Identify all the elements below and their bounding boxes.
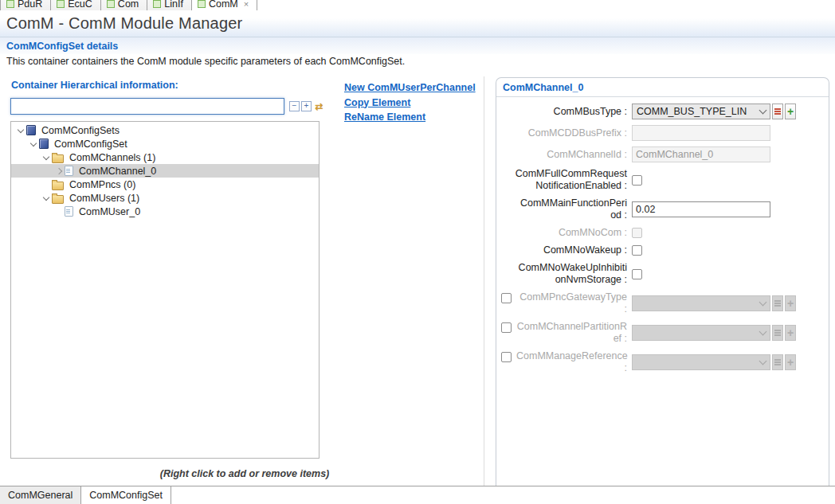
list-icon — [774, 108, 781, 110]
commfullcommrequest-notificationenabled-label: ComMFullCommRequest NotificationEnabled … — [501, 168, 627, 192]
commchannelid-input — [632, 147, 770, 162]
expand-all-icon[interactable]: + — [301, 101, 312, 111]
commmanagereference-list-button — [772, 354, 783, 370]
editor-tab-label: PduR — [18, 0, 42, 10]
commchannelpartitionr-ef-list-button — [772, 325, 783, 341]
editor-tab-ecuc[interactable]: EcuC — [51, 0, 101, 10]
plus-icon: + — [787, 298, 794, 309]
section-title: ComMConfigSet details — [0, 41, 118, 52]
tree-item-label: ComMChannels (1) — [67, 152, 158, 163]
form-row-commmanagereference: ComMManageReference :+ — [501, 350, 824, 374]
folder-icon — [52, 195, 64, 204]
module-icon — [39, 139, 49, 149]
editor-tab-com[interactable]: Com — [101, 0, 147, 10]
tree-item-commpncs-0-[interactable]: ComMPncs (0) — [11, 178, 319, 191]
new-commuserperchannel-link[interactable]: New ComMUserPerChannel — [344, 80, 476, 96]
filter-input[interactable] — [10, 98, 284, 115]
chevron-down-icon[interactable] — [14, 129, 26, 132]
close-icon[interactable]: × — [244, 0, 249, 10]
form-row-commcddbusprefix: ComMCDDBusPrefix : — [501, 125, 824, 141]
chevron-down-icon[interactable] — [40, 197, 52, 200]
tree-item-commusers-1-[interactable]: ComMUsers (1) — [11, 191, 319, 205]
tree-item-label: ComMChannel_0 — [76, 166, 159, 177]
bottom-tab-commgeneral[interactable]: ComMGeneral — [0, 486, 81, 504]
commpncgatewaytype-list-button — [772, 295, 783, 311]
commbustype-list-button[interactable] — [772, 104, 783, 119]
commcddbusprefix-label: ComMCDDBusPrefix : — [501, 127, 627, 139]
link-with-editor-icon[interactable]: ⇄ — [313, 102, 325, 111]
module-icon — [26, 125, 36, 135]
filter-row: − + ⇄ — [10, 98, 325, 115]
commchannelpartitionr-ef-enable-checkbox[interactable] — [501, 322, 512, 333]
chevron-down-icon[interactable] — [27, 143, 39, 146]
commchannelpartitionr-ef-dropdown — [632, 325, 770, 341]
bottom-tab-bar: ComMGeneralComMConfigSet — [0, 486, 835, 504]
commbustype-label: ComMBusType : — [501, 106, 627, 118]
commcddbusprefix-input — [632, 125, 770, 141]
tree-item-commconfigsets[interactable]: ComMConfigSets — [11, 123, 319, 137]
module-box-icon — [57, 0, 65, 8]
editor-tab-label: EcuC — [68, 0, 92, 10]
chevron-right-icon[interactable] — [53, 169, 65, 174]
commfullcommrequest-notificationenabled-checkbox[interactable] — [632, 175, 642, 186]
editor-tab-label: ComM — [209, 0, 238, 10]
commbustype-add-button[interactable]: + — [785, 104, 796, 119]
plus-icon: + — [787, 327, 794, 338]
collapse-all-icon[interactable]: − — [289, 101, 300, 111]
rename-element-link[interactable]: ReName Element — [344, 110, 476, 125]
commmanagereference-enable-checkbox[interactable] — [501, 352, 512, 362]
plus-icon: + — [787, 357, 794, 368]
module-box-icon — [198, 0, 206, 8]
chevron-down-icon — [759, 328, 767, 336]
page-header: ComM - ComM Module Manager — [0, 10, 835, 37]
commmainfunctionperi-od-input[interactable] — [632, 201, 770, 217]
chevron-down-icon — [759, 299, 767, 307]
tree-item-label: ComMConfigSets — [39, 125, 122, 136]
form-row-commnowakeup: ComMNoWakeup : — [501, 244, 824, 256]
details-panel: ComMChannel_0 ComMBusType :COMM_BUS_TYPE… — [496, 77, 829, 486]
tree-item-commconfigset[interactable]: ComMConfigSet — [11, 137, 319, 150]
copy-element-link[interactable]: Copy Element — [344, 96, 476, 111]
commchannelpartitionr-ef-add-button: + — [785, 325, 796, 341]
chevron-down-icon[interactable] — [40, 156, 52, 159]
list-icon — [774, 359, 781, 361]
commnocom-checkbox — [632, 228, 642, 238]
editor-tab-label: Com — [118, 0, 139, 10]
commpncgatewaytype-dropdown — [632, 295, 770, 311]
editor-tab-pdur[interactable]: PduR — [0, 0, 51, 10]
editor-tab-linif[interactable]: LinIf — [147, 0, 192, 10]
tree-header: Container Hierarchical information: — [11, 80, 178, 91]
form-row-commbustype: ComMBusType :COMM_BUS_TYPE_LIN+ — [501, 104, 824, 119]
commpncgatewaytype-enable-checkbox[interactable] — [501, 293, 512, 303]
editor-tab-label: LinIf — [164, 0, 183, 10]
commpncgatewaytype-label: ComMPncGatewayType : — [516, 291, 627, 315]
commmanagereference-label: ComMManageReference : — [516, 350, 627, 374]
commnowakeup-label: ComMNoWakeup : — [501, 244, 627, 256]
list-icon — [774, 330, 781, 331]
form-row-commpncgatewaytype: ComMPncGatewayType :+ — [501, 291, 824, 315]
action-links: New ComMUserPerChannelCopy ElementReName… — [344, 80, 476, 125]
editor-tab-bar: PduREcuCComLinIfComM× — [0, 0, 835, 11]
commbustype-dropdown[interactable]: COMM_BUS_TYPE_LIN — [632, 104, 770, 119]
commmanagereference-dropdown — [632, 354, 770, 370]
section-description: This container containers the ComM modul… — [6, 56, 405, 67]
tree-item-commchannel-0[interactable]: ComMChannel_0 — [11, 164, 319, 178]
file-icon — [65, 206, 73, 217]
tree-item-commuser-0[interactable]: ComMUser_0 — [11, 205, 319, 218]
editor-tab-comm[interactable]: ComM× — [192, 0, 257, 10]
commnowakeup-checkbox[interactable] — [632, 245, 642, 256]
commnowakeupinhibiti-onnvmstorage-checkbox[interactable] — [632, 269, 642, 279]
bottom-tab-commconfigset[interactable]: ComMConfigSet — [81, 486, 171, 504]
module-box-icon — [153, 0, 161, 8]
section-header: ComMConfigSet details — [0, 37, 835, 54]
page-title: ComM - ComM Module Manager — [0, 14, 242, 33]
tree-item-commchannels-1-[interactable]: ComMChannels (1) — [11, 150, 319, 164]
tree-item-label: ComMUser_0 — [76, 206, 143, 217]
tree-item-label: ComMConfigSet — [52, 139, 130, 150]
commnocom-label: ComMNoCom : — [501, 227, 627, 239]
form-row-commmainfunctionperi-od: ComMMainFunctionPeri od : — [501, 197, 824, 221]
container-hierarchy-pane: Container Hierarchical information: − + … — [6, 76, 483, 486]
context-menu-hint: (Right click to add or remove items) — [6, 468, 483, 479]
commbustype-value: COMM_BUS_TYPE_LIN — [637, 106, 747, 117]
chevron-down-icon — [759, 107, 767, 115]
